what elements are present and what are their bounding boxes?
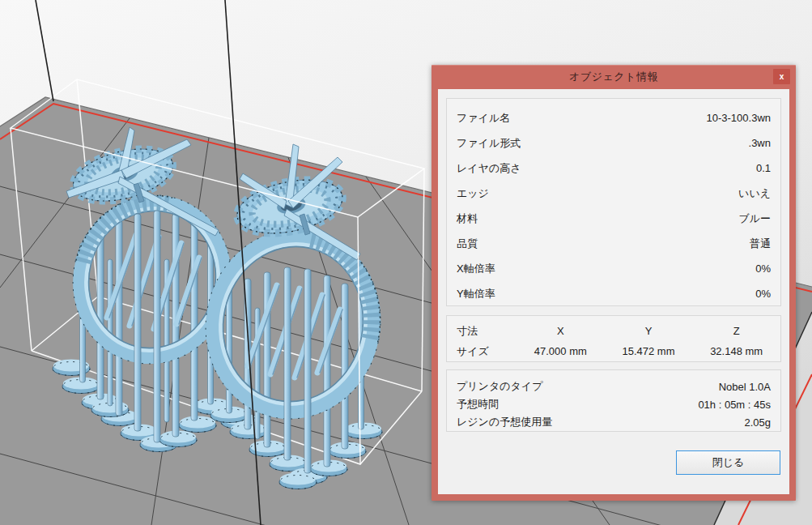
row-value: 普通 [750, 237, 771, 251]
info-row: ファイル形式.3wn [447, 130, 780, 156]
dimensions-label: 寸法 [447, 324, 517, 339]
object-info-dialog: オブジェクト情報 x ファイル名10-3-100.3wn ファイル形式.3wn … [432, 65, 796, 501]
info-row: Y軸倍率0% [447, 281, 780, 306]
info-row: 品質普通 [447, 231, 780, 256]
info-row: X軸倍率0% [447, 256, 780, 281]
file-info-panel: ファイル名10-3-100.3wn ファイル形式.3wn レイヤの高さ0.1 エ… [446, 98, 781, 306]
row-value: いいえ [738, 186, 771, 201]
row-value: 10-3-100.3wn [707, 112, 772, 124]
dimensions-panel: 寸法 X Y Z サイズ 47.000 mm 15.472 mm 32.148 … [446, 315, 781, 362]
row-value: .3wn [749, 137, 771, 149]
close-icon[interactable]: x [773, 69, 790, 84]
size-x-value: 47.000 mm [517, 345, 605, 357]
row-value: 2.05g [744, 416, 771, 429]
row-label: 品質 [457, 237, 478, 251]
row-value: 0% [755, 262, 771, 275]
row-value: Nobel 1.0A [719, 381, 771, 393]
row-label: ファイル名 [457, 111, 510, 126]
info-row: 材料ブルー [447, 206, 780, 231]
row-label: レイヤの高さ [457, 161, 521, 176]
close-button[interactable]: 閉じる [676, 450, 780, 475]
axis-y-header: Y [605, 325, 693, 337]
row-value: 0% [755, 288, 771, 300]
size-y-value: 15.472 mm [605, 345, 693, 357]
info-row: レイヤの高さ0.1 [447, 156, 780, 181]
dialog-title[interactable]: オブジェクト情報 [432, 65, 796, 89]
viewport-3d[interactable]: オブジェクト情報 x ファイル名10-3-100.3wn ファイル形式.3wn … [0, 0, 812, 525]
print-info-panel: プリンタのタイプNobel 1.0A 予想時間01h : 05m : 45s レ… [446, 369, 781, 432]
info-row: エッジいいえ [447, 181, 780, 206]
row-value: ブルー [738, 211, 771, 226]
row-label: 予想時間 [457, 397, 499, 412]
axis-z-header: Z [692, 325, 780, 337]
row-label: レジンの予想使用量 [457, 415, 552, 429]
info-row: レジンの予想使用量2.05g [447, 413, 780, 431]
info-row: 予想時間01h : 05m : 45s [447, 395, 780, 413]
axis-x-header: X [517, 325, 605, 337]
row-label: 材料 [457, 211, 478, 226]
row-label: Y軸倍率 [457, 287, 495, 301]
info-row: プリンタのタイプNobel 1.0A [447, 378, 780, 395]
info-row: ファイル名10-3-100.3wn [447, 105, 780, 130]
row-value: 01h : 05m : 45s [698, 399, 771, 411]
row-label: プリンタのタイプ [457, 379, 542, 394]
row-label: X軸倍率 [457, 262, 495, 276]
size-z-value: 32.148 mm [692, 345, 780, 357]
size-label: サイズ [447, 344, 517, 359]
row-label: エッジ [457, 186, 489, 201]
row-label: ファイル形式 [457, 136, 521, 151]
row-value: 0.1 [756, 162, 771, 174]
dialog-body: ファイル名10-3-100.3wn ファイル形式.3wn レイヤの高さ0.1 エ… [438, 89, 789, 494]
